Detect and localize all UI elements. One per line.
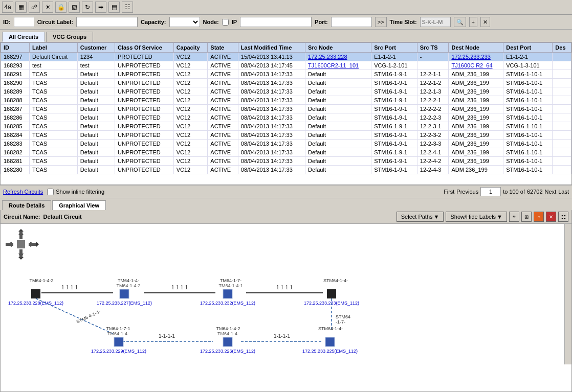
ip-checkbox[interactable] bbox=[222, 19, 229, 26]
col-src-port[interactable]: Src Port bbox=[371, 43, 417, 53]
toolbar-icon-10[interactable]: ☷ bbox=[122, 2, 133, 13]
node-link[interactable]: 172.25.233.233 bbox=[451, 54, 490, 60]
node-link[interactable]: TJ1600C R2_64 bbox=[451, 62, 492, 68]
next-btn[interactable]: Next bbox=[545, 189, 557, 195]
expand-icon[interactable]: ☷ bbox=[558, 212, 568, 222]
toolbar-icon-4[interactable]: ☀ bbox=[42, 2, 53, 13]
col-cos[interactable]: Class Of Service bbox=[115, 43, 173, 53]
col-state[interactable]: State bbox=[208, 43, 238, 53]
col-id[interactable]: ID bbox=[1, 43, 30, 53]
tab-bar: All Circuits VCG Groups bbox=[0, 30, 572, 42]
table-row[interactable]: 168284TCASDefaultUNPROTECTEDVC12ACTIVE08… bbox=[1, 131, 571, 140]
filter-bar: ID: Circuit Label: Capacity: VC12 VC4 No… bbox=[0, 15, 572, 30]
table-row[interactable]: 168287TCASDefaultUNPROTECTEDVC12ACTIVE08… bbox=[1, 105, 571, 113]
page-input[interactable]: 1 bbox=[480, 187, 501, 196]
table-row[interactable]: 168285TCASDefaultUNPROTECTEDVC12ACTIVE08… bbox=[1, 122, 571, 131]
svg-rect-28 bbox=[327, 289, 336, 298]
table-row[interactable]: 168280TCASDefaultUNPROTECTEDVC12ACTIVE08… bbox=[1, 166, 571, 174]
circuit-label-input[interactable] bbox=[76, 17, 138, 27]
circuit-name-label: Circuit Name: bbox=[4, 214, 40, 220]
col-capacity[interactable]: Capacity bbox=[173, 43, 208, 53]
svg-rect-47 bbox=[114, 337, 123, 347]
toolbar-icon-5[interactable]: 🔒 bbox=[55, 2, 67, 13]
port-label: Port: bbox=[315, 19, 328, 25]
prev-btn[interactable]: Previous bbox=[456, 189, 478, 195]
col-src-node[interactable]: Src Node bbox=[305, 43, 371, 53]
toolbar-icon-8[interactable]: ➡ bbox=[95, 2, 106, 13]
svg-text:1-1-1-1: 1-1-1-1 bbox=[274, 333, 291, 339]
table-row[interactable]: 168286TCASDefaultUNPROTECTEDVC12ACTIVE08… bbox=[1, 113, 571, 122]
svg-text:172.25.233.227(EMS_112): 172.25.233.227(EMS_112) bbox=[97, 301, 152, 306]
first-btn[interactable]: First bbox=[444, 189, 454, 195]
timeslot-label: Time Slot: bbox=[390, 19, 417, 25]
col-modified[interactable]: Last Modified Time bbox=[238, 43, 305, 53]
svg-marker-6 bbox=[36, 242, 39, 247]
node-link[interactable]: 172.25.233.228 bbox=[308, 54, 347, 60]
svg-marker-9 bbox=[7, 242, 12, 247]
circuit-name-value: Default Circuit bbox=[43, 214, 82, 220]
svg-text:STM64-1-4-: STM64-1-4- bbox=[318, 326, 343, 331]
svg-text:TM64-1-4-1: TM64-1-4-1 bbox=[218, 283, 243, 288]
table-row[interactable]: 168283TCASDefaultUNPROTECTEDVC12ACTIVE08… bbox=[1, 140, 571, 148]
zoom-fit-icon[interactable]: ⌖ bbox=[509, 212, 519, 222]
add-button[interactable]: + bbox=[469, 17, 477, 27]
port-forward-btn[interactable]: >> bbox=[375, 17, 387, 27]
col-dest-node[interactable]: Dest Node bbox=[449, 43, 503, 53]
port-input[interactable] bbox=[331, 17, 372, 27]
table-row[interactable]: 168291TCASDefaultUNPROTECTEDVC12ACTIVE08… bbox=[1, 70, 571, 79]
svg-text:1-1-1-1: 1-1-1-1 bbox=[171, 285, 188, 290]
capacity-select[interactable]: VC12 VC4 bbox=[169, 17, 200, 27]
select-paths-button[interactable]: Select Paths ▼ bbox=[397, 212, 444, 222]
node-input[interactable] bbox=[240, 17, 312, 27]
bottom-bar: Refresh Circuits Show inline filtering F… bbox=[0, 185, 572, 198]
table-row[interactable]: 168290TCASDefaultUNPROTECTEDVC12ACTIVE08… bbox=[1, 79, 571, 87]
inline-filter-label: Show inline filtering bbox=[56, 189, 104, 195]
close-button[interactable]: ✕ bbox=[480, 17, 490, 27]
zoom-in-icon[interactable]: ⊞ bbox=[521, 212, 532, 222]
id-input[interactable] bbox=[14, 17, 34, 27]
table-row[interactable]: 168282TCASDefaultUNPROTECTEDVC12ACTIVE08… bbox=[1, 148, 571, 157]
svg-text:TM64-1-4-2: TM64-1-4-2 bbox=[29, 278, 53, 283]
svg-text:TM64-1-4-: TM64-1-4- bbox=[118, 278, 139, 283]
toolbar-icon-7[interactable]: ↻ bbox=[82, 2, 93, 13]
svg-text:172.25.233.225(EMS_112): 172.25.233.225(EMS_112) bbox=[302, 349, 358, 354]
refresh-circuits-link[interactable]: Refresh Circuits bbox=[3, 189, 43, 195]
toolbar-icon-1[interactable]: 4a bbox=[2, 2, 13, 13]
show-hide-labels-button[interactable]: Show/Hide Labels ▼ bbox=[446, 212, 507, 222]
col-src-ts[interactable]: Src TS bbox=[417, 43, 449, 53]
svg-text:172.25.233.229(EMS_112): 172.25.233.229(EMS_112) bbox=[91, 349, 146, 354]
svg-text:TM64-1-4-: TM64-1-4- bbox=[217, 331, 239, 336]
inline-filter-checkbox[interactable] bbox=[47, 189, 54, 195]
toolbar-icon-2[interactable]: ▦ bbox=[15, 2, 27, 13]
table-row[interactable]: 168297Default Circuit1234PROTECTEDVC12AC… bbox=[1, 53, 571, 61]
last-btn[interactable]: Last bbox=[558, 189, 569, 195]
toolbar-icon-6[interactable]: ▧ bbox=[69, 2, 80, 13]
toolbar-icon-3[interactable]: ☍ bbox=[29, 2, 40, 13]
table-row[interactable]: 168288TCASDefaultUNPROTECTEDVC12ACTIVE08… bbox=[1, 96, 571, 105]
table-row[interactable]: 168281TCASDefaultUNPROTECTEDVC12ACTIVE08… bbox=[1, 157, 571, 166]
node-link[interactable]: TJ1600CR2-11_101 bbox=[308, 62, 359, 68]
nav-arrows[interactable] bbox=[6, 229, 41, 265]
col-label[interactable]: Label bbox=[29, 43, 77, 53]
tab-vcg-groups[interactable]: VCG Groups bbox=[46, 32, 93, 42]
col-des[interactable]: Des bbox=[553, 43, 571, 53]
svg-text:172.25.233.232(EMS_112): 172.25.233.232(EMS_112) bbox=[200, 301, 255, 306]
tab-graphical-view[interactable]: Graphical View bbox=[52, 200, 106, 210]
toolbar-icon-9[interactable]: ▤ bbox=[108, 2, 120, 13]
table-row[interactable]: 168293testtestUNPROTECTEDVC12ACTIVE08/04… bbox=[1, 61, 571, 70]
zoom-out-icon[interactable]: ○ bbox=[534, 212, 544, 222]
canvas-area: 1-1-1-1 1-1-1-1 1-1-1-1 TM64-1-4-2 TM64-… bbox=[1, 224, 571, 364]
capacity-label: Capacity: bbox=[141, 19, 166, 25]
svg-text:TM64-1-7-: TM64-1-7- bbox=[220, 278, 241, 283]
col-dest-port[interactable]: Dest Port bbox=[503, 43, 553, 53]
right-scrollbar[interactable] bbox=[564, 224, 571, 364]
close-view-icon[interactable]: ✕ bbox=[546, 212, 556, 222]
search-button[interactable]: 🔍 bbox=[454, 17, 466, 27]
tab-route-details[interactable]: Route Details bbox=[2, 200, 51, 210]
col-customer[interactable]: Customer bbox=[77, 43, 115, 53]
timeslot-input[interactable]: S-K-L-M bbox=[420, 17, 451, 27]
svg-text:TM64-1-4-2: TM64-1-4-2 bbox=[116, 283, 140, 288]
table-row[interactable]: 168289TCASDefaultUNPROTECTEDVC12ACTIVE08… bbox=[1, 87, 571, 96]
page-range: to 100 of bbox=[503, 189, 525, 195]
tab-all-circuits[interactable]: All Circuits bbox=[2, 32, 45, 42]
